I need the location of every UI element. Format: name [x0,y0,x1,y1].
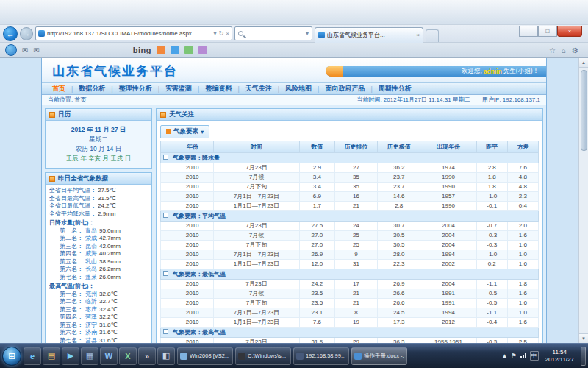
station-link[interactable]: 兖州 [85,291,97,299]
group-row[interactable]: 气象要素：平均气温 [161,210,539,221]
toolbar-purple-icon[interactable] [198,46,207,54]
nav-item-8[interactable]: 周期性分析 [373,84,417,93]
word-icon[interactable]: W [100,347,118,365]
nav-item-6[interactable]: 风险地图 [279,84,318,93]
taskbar-clock[interactable]: 11:54 2012/11/27 [542,349,577,363]
nav-item-2[interactable]: 整理性分析 [113,84,158,93]
nav-item-7[interactable]: 面向政府产品 [319,84,370,93]
group-row[interactable]: 气象要素：最高气温 [161,327,539,337]
checkbox-icon[interactable] [163,271,168,276]
station-link[interactable]: 临沂 [85,298,97,306]
toolbar-green-icon[interactable] [184,46,193,54]
minimize-button[interactable]: – [519,26,538,37]
assistant-icon[interactable] [5,44,17,56]
table-row[interactable]: 20107月23日31.52936.31955,1951-0.32.5 [161,337,539,343]
nav-item-0[interactable]: 首页 [46,84,71,93]
station-link[interactable]: 威海 [85,250,97,258]
media-player-icon[interactable]: ▶ [62,347,79,365]
station-link[interactable]: 荣成 [85,235,97,243]
table-row[interactable]: 20107月下旬23.52126.61991-0.51.6 [161,298,539,308]
page-scrollbar[interactable]: ▲ ▼ [578,58,588,343]
table-row[interactable]: 20107月1日—7月23日26.9928.01994-1.01.0 [161,250,539,259]
tab-close-icon[interactable]: × [416,32,420,38]
table-row[interactable]: 20101月1日—7月23日1.7212.81990-0.10.4 [161,201,539,210]
element-filter-button[interactable]: 气象要素 ▾ [160,125,209,138]
taskbar-window-2[interactable]: 192.168.58.99... [293,347,349,365]
ie-icon[interactable]: e [24,347,41,365]
refresh-icon[interactable]: ↻ [219,30,224,37]
station-link[interactable]: 菏泽 [85,314,97,322]
rank-line: 第七名：蓬莱26.0mm [49,274,149,282]
close-button[interactable]: × [557,26,582,37]
stop-icon[interactable]: × [226,30,229,37]
station-link[interactable]: 莒县 [85,337,97,344]
scroll-up-icon[interactable]: ▲ [579,58,588,68]
table-row[interactable]: 20107月1日—7月23日6.91614.61957-1.02.3 [161,191,539,201]
cell: 26.6 [378,289,420,298]
taskbar-window-1[interactable]: C:\Windows\s... [235,347,291,365]
table-row[interactable]: 20107月下旬3.43523.719901.84.8 [161,182,539,191]
gear-icon[interactable]: ⚙ [572,46,578,54]
favorites-star-icon[interactable]: ☆ [549,46,556,54]
show-desktop-button[interactable] [581,347,586,366]
toolbar-blue-icon[interactable] [171,46,179,54]
mail2-icon[interactable]: ✉ [33,46,39,54]
station-link[interactable]: 蓬莱 [85,274,97,282]
scrollbar-thumb[interactable] [581,70,587,151]
table-row[interactable]: 20101月1日—7月23日12.03122.320020.21.6 [161,259,539,269]
start-button[interactable]: ⊞ [2,347,21,366]
bing-logo[interactable]: bing [133,46,151,54]
address-dropdown-icon[interactable]: ▾ [214,30,217,37]
taskbar-window-3[interactable]: 操作手册.docx -... [351,347,407,365]
network-icon[interactable] [520,353,526,358]
table-row[interactable]: 20101月1日—7月23日7.61917.32012-0.41.6 [161,317,539,327]
group-row[interactable]: 气象要素：最低气温 [161,269,539,279]
remote-desktop-icon[interactable]: ▦ [81,347,98,365]
checkbox-icon[interactable] [163,329,168,334]
nav-item-3[interactable]: 灾害监测 [159,84,198,93]
station-link[interactable]: 济宁 [85,322,97,330]
cell: 2010 [171,230,214,240]
taskbar-window-0[interactable]: Win2008 [VS2... [177,347,233,365]
group-row[interactable]: 气象要素：降水量 [161,152,539,163]
station-link[interactable]: 长岛 [85,266,97,274]
station-link[interactable]: 枣庄 [85,306,97,314]
table-row[interactable]: 20107月1日—7月23日23.1824.51994-1.11.0 [161,308,539,317]
browser-tab[interactable]: 山东省气候业务平台... × [315,27,423,43]
new-tab-button[interactable] [426,29,439,42]
table-row[interactable]: 20107月候23.52126.61991-0.51.6 [161,289,539,298]
nav-item-5[interactable]: 天气关注 [240,84,278,93]
table-row[interactable]: 20107月23日2.92736.219742.87.6 [161,163,539,172]
vm-icon[interactable]: ◧ [157,347,175,365]
home-icon[interactable]: ⌂ [562,46,566,54]
excel-icon[interactable]: X [119,347,137,365]
address-bar[interactable]: http://192.168.137.1/SLCCLIMATE/modules/… [35,26,232,40]
nav-item-1[interactable]: 数据分析 [73,84,111,93]
mail-icon[interactable]: ✉ [22,46,28,54]
search-box[interactable]: ▾ [234,26,312,40]
table-row[interactable]: 20107月候27.02530.52004-0.31.6 [161,230,539,240]
maximize-button[interactable]: □ [538,26,557,37]
scroll-down-icon[interactable]: ▼ [579,333,588,343]
tray-expand-icon[interactable]: ▲ [501,353,507,359]
folder-icon[interactable]: ▤ [43,347,60,365]
table-row[interactable]: 20107月23日24.21726.92004-1.11.8 [161,279,539,289]
station-link[interactable]: 青岛 [85,227,97,236]
address-url[interactable]: http://192.168.137.1/SLCCLIMATE/modules/… [47,30,212,37]
action-center-flag-icon[interactable]: ⚑ [511,353,516,359]
checkbox-icon[interactable] [163,155,168,160]
search-dropdown-icon[interactable]: ▾ [306,30,309,37]
browser-forward-button[interactable]: → [20,27,33,40]
station-link[interactable]: 济南 [85,329,97,337]
checkbox-icon[interactable] [163,213,168,218]
station-link[interactable]: 昆嵛 [85,243,97,251]
ime-indicator[interactable]: 中 [530,351,539,361]
station-link[interactable]: 乳山 [85,258,97,266]
table-row[interactable]: 20107月23日27.52430.72004-0.72.0 [161,221,539,230]
table-row[interactable]: 20107月候3.43523.719901.84.8 [161,172,539,182]
table-row[interactable]: 20107月下旬27.02530.52004-0.31.6 [161,240,539,250]
toolbar-orange-icon[interactable] [157,46,165,54]
console-icon[interactable]: » [138,347,156,365]
browser-back-button[interactable]: ← [3,26,18,41]
nav-item-4[interactable]: 整编资料 [199,84,237,93]
